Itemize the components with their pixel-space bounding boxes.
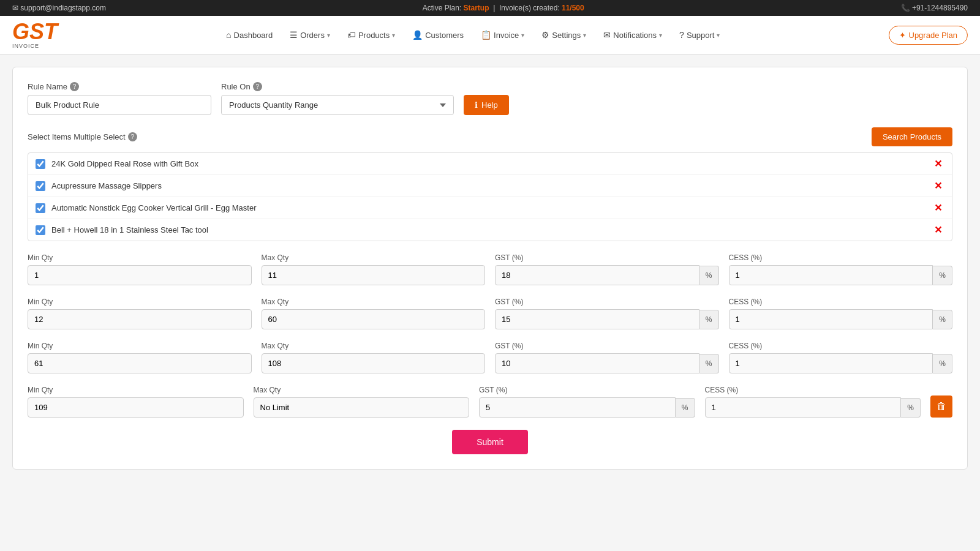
product-3-remove[interactable]: ✕ — [932, 202, 944, 214]
rule-on-group: Rule On ? Products Quantity Range — [221, 82, 454, 115]
cess-input-1[interactable] — [729, 265, 933, 285]
max-qty-input-2[interactable] — [262, 309, 486, 329]
min-qty-group-3: Min Qty — [28, 342, 252, 373]
qty-row-1: Min Qty Max Qty GST (%) % CESS (%) % — [28, 253, 952, 285]
gst-input-4[interactable] — [479, 397, 676, 418]
max-qty-label-2: Max Qty — [262, 298, 486, 306]
max-qty-input-3[interactable] — [262, 353, 486, 373]
min-qty-group-2: Min Qty — [28, 298, 252, 329]
cess-input-2[interactable] — [729, 309, 933, 329]
gst-input-2[interactable] — [495, 309, 699, 329]
product-3-checkbox[interactable] — [36, 203, 45, 213]
help-circle-icon: ℹ — [475, 100, 478, 110]
min-qty-input-4[interactable] — [28, 397, 244, 418]
max-qty-label-3: Max Qty — [262, 342, 486, 350]
product-1-name: 24K Gold Dipped Real Rose with Gift Box — [51, 159, 198, 168]
cess-input-3[interactable] — [729, 353, 933, 373]
notifications-icon: ✉ — [603, 30, 611, 40]
gst-pct-btn-2[interactable]: % — [699, 310, 719, 329]
max-qty-label-1: Max Qty — [262, 253, 486, 262]
min-qty-label-4: Min Qty — [28, 386, 244, 394]
product-4-remove[interactable]: ✕ — [932, 224, 944, 236]
delete-row-button[interactable]: 🗑 — [930, 395, 952, 418]
notifications-chevron: ▾ — [659, 32, 662, 39]
support-chevron: ▾ — [717, 32, 720, 39]
gst-input-1[interactable] — [495, 265, 699, 285]
qty-row-2: Min Qty Max Qty GST (%) % CESS (%) % — [28, 298, 952, 329]
upgrade-button[interactable]: ✦ Upgrade Plan — [889, 26, 968, 45]
submit-row: Submit — [28, 430, 952, 454]
cess-input-4[interactable] — [705, 397, 902, 418]
topbar-email: ✉ support@indiagstapp.com — [12, 4, 106, 12]
min-qty-input-2[interactable] — [28, 309, 252, 329]
product-3-name: Automatic Nonstick Egg Cooker Vertical G… — [51, 203, 257, 212]
customers-icon: 👤 — [412, 30, 423, 40]
rule-name-input[interactable] — [28, 95, 211, 115]
gst-group-2: GST (%) % — [495, 298, 719, 329]
product-2-checkbox[interactable] — [36, 181, 45, 191]
product-4-checkbox[interactable] — [36, 225, 45, 235]
cess-group-1: CESS (%) % — [729, 253, 953, 285]
gst-pct-btn-4[interactable]: % — [676, 398, 695, 418]
nav-orders[interactable]: ☰ Orders ▾ — [282, 25, 337, 45]
rule-name-help-icon[interactable]: ? — [70, 82, 79, 91]
cess-label-3: CESS (%) — [729, 342, 953, 350]
main-content: Rule Name ? Rule On ? Products Quantity … — [12, 67, 968, 470]
submit-button[interactable]: Submit — [452, 430, 528, 454]
gst-group-4: GST (%) % — [479, 386, 695, 418]
trash-icon: 🗑 — [937, 401, 946, 412]
product-1-checkbox[interactable] — [36, 159, 45, 169]
logo[interactable]: GST INVOICE — [12, 21, 58, 49]
topbar-plan: Active Plan: Startup | Invoice(s) create… — [423, 4, 584, 12]
nav-invoice[interactable]: 📋 Invoice ▾ — [473, 25, 532, 45]
search-products-button[interactable]: Search Products — [872, 127, 952, 146]
gst-group-1: GST (%) % — [495, 253, 719, 285]
gst-label-4: GST (%) — [479, 386, 695, 394]
min-qty-label-3: Min Qty — [28, 342, 252, 350]
select-items-help-icon[interactable]: ? — [128, 132, 137, 141]
nav-settings[interactable]: ⚙ Settings ▾ — [534, 25, 594, 45]
cess-pct-btn-3[interactable]: % — [933, 354, 952, 373]
topbar-phone: 📞 +91-1244895490 — [901, 4, 968, 12]
list-item: Bell + Howell 18 in 1 Stainless Steel Ta… — [28, 219, 952, 241]
max-qty-group-3: Max Qty — [262, 342, 486, 373]
nav-notifications[interactable]: ✉ Notifications ▾ — [596, 25, 669, 45]
min-qty-group-1: Min Qty — [28, 253, 252, 285]
help-button[interactable]: ℹ Help — [464, 95, 509, 115]
cess-pct-btn-2[interactable]: % — [933, 310, 952, 329]
product-1-remove[interactable]: ✕ — [932, 158, 944, 170]
gst-input-3[interactable] — [495, 353, 699, 373]
min-qty-input-1[interactable] — [28, 265, 252, 285]
list-item: Acupressure Massage Slippers ✕ — [28, 175, 952, 197]
select-items-label: Select Items Multiple Select ? — [28, 132, 137, 141]
rule-name-group: Rule Name ? — [28, 82, 211, 115]
cess-label-2: CESS (%) — [729, 298, 953, 306]
qty-row-4: Min Qty Max Qty GST (%) % CESS (%) % 🗑 — [28, 386, 952, 418]
products-icon: 🏷 — [347, 30, 356, 40]
logo-gst-text: GST — [12, 21, 58, 43]
cess-pct-btn-4[interactable]: % — [901, 398, 921, 418]
rule-on-help-icon[interactable]: ? — [253, 82, 262, 91]
max-qty-input-1[interactable] — [262, 265, 486, 285]
nav-dashboard[interactable]: ⌂ Dashboard — [219, 25, 280, 45]
nav-customers[interactable]: 👤 Customers — [405, 25, 471, 45]
min-qty-group-4: Min Qty — [28, 386, 244, 418]
gst-pct-btn-3[interactable]: % — [699, 354, 719, 373]
support-icon: ? — [679, 30, 684, 40]
orders-chevron: ▾ — [327, 32, 330, 39]
products-chevron: ▾ — [392, 32, 395, 39]
cess-pct-btn-1[interactable]: % — [933, 266, 952, 285]
product-2-remove[interactable]: ✕ — [932, 180, 944, 192]
max-qty-input-4[interactable] — [254, 397, 470, 418]
gst-label-3: GST (%) — [495, 342, 719, 350]
rule-on-select[interactable]: Products Quantity Range — [221, 95, 454, 115]
max-qty-group-1: Max Qty — [262, 253, 486, 285]
cess-group-2: CESS (%) % — [729, 298, 953, 329]
gst-pct-btn-1[interactable]: % — [699, 266, 719, 285]
min-qty-input-3[interactable] — [28, 353, 252, 373]
topbar: ✉ support@indiagstapp.com Active Plan: S… — [0, 0, 980, 16]
nav-support[interactable]: ? Support ▾ — [672, 25, 727, 45]
qty-row-3: Min Qty Max Qty GST (%) % CESS (%) % — [28, 342, 952, 373]
invoice-chevron: ▾ — [521, 32, 524, 39]
nav-products[interactable]: 🏷 Products ▾ — [340, 25, 402, 45]
